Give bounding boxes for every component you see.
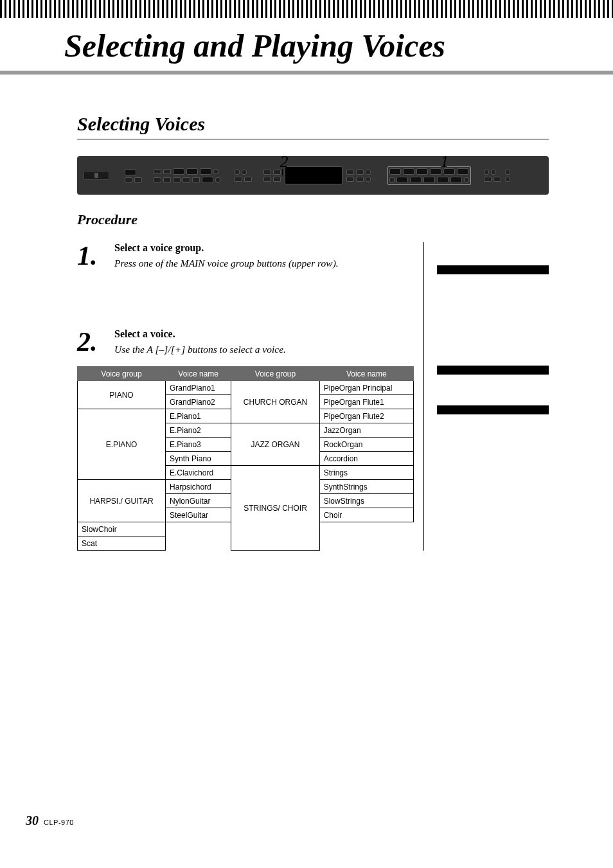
step-1: 1. Select a voice group. Press one of th… (77, 242, 411, 270)
control-panel-diagram: 2 1 (77, 156, 549, 195)
table-voice-cell: RockOrgan (319, 438, 413, 452)
page-number: 30 (26, 813, 39, 828)
volume-slider (84, 171, 109, 180)
table-voice-cell: JazzOrgan (319, 423, 413, 438)
table-voice-cell: E.Clavichord (166, 466, 231, 480)
table-voice-cell: E.Piano3 (166, 438, 231, 452)
table-voice-cell: PipeOrgan Principal (319, 381, 413, 395)
model-label: CLP-970 (44, 819, 74, 826)
callout-2: 2 (280, 152, 289, 172)
page-footer: 30 CLP-970 (26, 813, 74, 828)
table-group-cell: E.PIANO (78, 409, 166, 480)
table-voice-cell: SteelGuitar (166, 508, 231, 522)
table-header: Voice group (231, 367, 319, 381)
step-title: Select a voice. (114, 328, 286, 340)
table-voice-cell: SynthStrings (319, 480, 413, 494)
page-title: Selecting and Playing Voices (0, 23, 613, 75)
table-voice-cell: Harpsichord (166, 480, 231, 494)
table-group-cell: JAZZ ORGAN (231, 423, 319, 466)
barcode-strip (0, 0, 613, 18)
callout-marker (282, 169, 283, 175)
table-header: Voice group (78, 367, 166, 381)
step-number: 1. (77, 242, 105, 270)
table-voice-cell: NylonGuitar (166, 494, 231, 508)
tip-bar (437, 265, 549, 274)
table-header: Voice name (166, 367, 231, 381)
callout-1: 1 (440, 152, 449, 172)
step-instruction: Use the A [–]/[+] buttons to select a vo… (114, 342, 286, 357)
section-title: Selecting Voices (77, 113, 549, 139)
table-voice-cell: GrandPiano1 (166, 381, 231, 395)
step-2: 2. Select a voice. Use the A [–]/[+] but… (77, 328, 411, 357)
step-number: 2. (77, 328, 105, 357)
side-column (424, 242, 549, 551)
table-voice-cell: Synth Piano (166, 452, 231, 466)
voice-group-buttons (387, 166, 471, 185)
voice-table: Voice group Voice name Voice group Voice… (77, 366, 414, 551)
table-group-cell: CHURCH ORGAN (231, 381, 319, 423)
table-voice-cell: Strings (319, 466, 413, 480)
table-voice-cell: SlowChoir (78, 522, 166, 536)
table-voice-cell: Scat (78, 536, 166, 551)
main-column: 1. Select a voice group. Press one of th… (77, 242, 424, 551)
table-voice-cell: E.Piano2 (166, 423, 231, 438)
step-instruction: Press one of the MAIN voice group button… (114, 256, 339, 270)
lcd-screen (285, 166, 342, 184)
keyboard-panel (77, 156, 549, 195)
note-bar (437, 405, 549, 414)
callout-marker (443, 169, 443, 175)
table-voice-cell: PipeOrgan Flute2 (319, 409, 413, 423)
table-voice-cell: Choir (319, 508, 413, 522)
table-voice-cell: SlowStrings (319, 494, 413, 508)
table-voice-cell: GrandPiano2 (166, 395, 231, 409)
tip-bar (437, 366, 549, 375)
table-header: Voice name (319, 367, 413, 381)
table-group-cell: PIANO (78, 381, 166, 409)
table-group-cell: HARPSI./ GUITAR (78, 480, 166, 522)
step-title: Select a voice group. (114, 242, 339, 254)
table-group-cell: STRINGS/ CHOIR (231, 466, 319, 551)
table-voice-cell: Accordion (319, 452, 413, 466)
table-voice-cell: E.Piano1 (166, 409, 231, 423)
table-voice-cell: PipeOrgan Flute1 (319, 395, 413, 409)
procedure-heading: Procedure (77, 211, 549, 228)
